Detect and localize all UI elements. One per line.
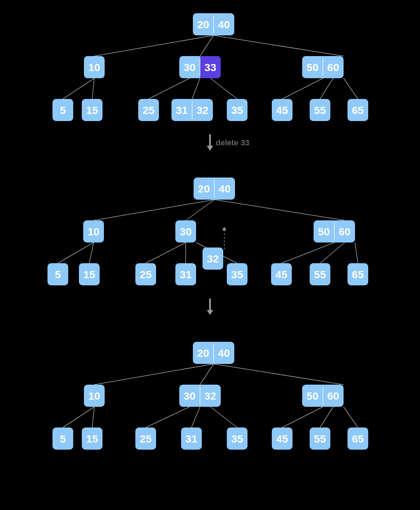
internal-node-key: 50 bbox=[306, 61, 318, 73]
leaf-node-key: 5 bbox=[60, 104, 66, 116]
tree-edge bbox=[282, 78, 323, 99]
leaf-node-key: 35 bbox=[231, 269, 243, 280]
leaf-node-key: 65 bbox=[352, 269, 364, 280]
leaf-node-key: 45 bbox=[276, 104, 288, 116]
internal-node-key: 10 bbox=[88, 61, 100, 73]
tree-edge bbox=[94, 364, 214, 385]
tree-edge bbox=[282, 407, 323, 428]
internal-node-key: 60 bbox=[327, 61, 339, 73]
tree-edge bbox=[92, 78, 94, 99]
tree-edge bbox=[92, 407, 94, 428]
root-node-key: 40 bbox=[218, 347, 230, 359]
leaf-node-key: 15 bbox=[86, 433, 98, 445]
internal-node-key: 32 bbox=[204, 390, 216, 402]
tree-step-3: 20401030325060515253135455565 bbox=[52, 342, 368, 450]
btree-delete-diagram: 2040103033506051525313235455565204010305… bbox=[0, 0, 420, 510]
leaf-node-key: 5 bbox=[60, 433, 66, 445]
root-node-key: 20 bbox=[198, 183, 210, 195]
leaf-node-key: 5 bbox=[55, 269, 61, 280]
leaf-node-key: 35 bbox=[231, 104, 243, 116]
leaf-node-key: 31 bbox=[180, 269, 191, 280]
tree-edge bbox=[149, 78, 190, 99]
internal-node-key: 10 bbox=[88, 390, 100, 402]
leaf-node-key: 15 bbox=[83, 269, 95, 280]
tree-edge bbox=[210, 78, 237, 99]
internal-node-key: 30 bbox=[184, 390, 195, 402]
leaf-node-key: 55 bbox=[314, 269, 326, 280]
tree-edge bbox=[192, 78, 200, 99]
internal-node-key: 60 bbox=[339, 226, 350, 238]
tree-edge bbox=[94, 35, 214, 56]
tree-edge bbox=[146, 242, 186, 263]
tree-edge bbox=[200, 364, 214, 385]
leaf-node-key: 45 bbox=[276, 433, 288, 445]
tree-edge bbox=[58, 242, 94, 263]
tree-edge bbox=[214, 200, 345, 220]
root-node-key: 40 bbox=[218, 19, 230, 30]
leaf-node-key: 45 bbox=[275, 269, 287, 280]
leaf-node-key: 15 bbox=[86, 104, 98, 116]
tree-edge bbox=[89, 242, 94, 263]
leaf-node-key: 55 bbox=[314, 104, 326, 116]
leaf-node-key: 25 bbox=[142, 104, 154, 116]
arrow-down-icon bbox=[207, 146, 213, 151]
root-node-key: 20 bbox=[197, 347, 209, 359]
tree-edge bbox=[344, 407, 358, 428]
tree-edge bbox=[214, 364, 344, 385]
tree-edge bbox=[214, 35, 344, 56]
tree-edge bbox=[355, 242, 358, 263]
leaf-node-key: 35 bbox=[231, 433, 243, 445]
tree-edge bbox=[186, 200, 214, 220]
tree-edge bbox=[210, 407, 237, 428]
leaf-node-key: 31 bbox=[185, 433, 197, 445]
leaf-node-key: 55 bbox=[314, 433, 326, 445]
internal-node-key: 50 bbox=[318, 226, 330, 238]
leaf-node-key: 65 bbox=[352, 433, 364, 445]
leaf-node-key: 25 bbox=[140, 269, 151, 280]
operation-label: delete 33 bbox=[216, 138, 249, 147]
tree-edge bbox=[344, 78, 358, 99]
tree-edge bbox=[94, 200, 214, 220]
root-node-key: 20 bbox=[197, 19, 209, 30]
internal-node-key: 33 bbox=[204, 61, 216, 73]
tree-edge bbox=[281, 242, 334, 263]
tree-edge bbox=[63, 407, 94, 428]
tree-edge bbox=[320, 78, 333, 99]
internal-node-key: 60 bbox=[327, 390, 339, 402]
arrow-down-icon bbox=[207, 310, 213, 315]
tree-edge bbox=[63, 78, 94, 99]
tree-step-1: 2040103033506051525313235455565 bbox=[52, 13, 368, 121]
tree-step-2: 20401030506051525313545556532 bbox=[48, 178, 368, 285]
internal-node-key: 30 bbox=[184, 61, 195, 73]
floating-key-node-key: 32 bbox=[207, 253, 219, 265]
tree-edge bbox=[146, 407, 190, 428]
internal-node-key: 50 bbox=[306, 390, 318, 402]
internal-node-key: 30 bbox=[180, 226, 191, 238]
root-node-key: 40 bbox=[219, 183, 230, 195]
leaf-node-key: 25 bbox=[140, 433, 151, 445]
leaf-node-key: 65 bbox=[352, 104, 364, 116]
leaf-node-key: 32 bbox=[196, 104, 208, 116]
leaf-node-key: 31 bbox=[176, 104, 188, 116]
tree-edge bbox=[320, 407, 333, 428]
tree-edge bbox=[200, 35, 214, 56]
tree-edge bbox=[320, 242, 345, 263]
internal-node-key: 10 bbox=[88, 226, 99, 238]
promote-arrow-icon bbox=[222, 227, 226, 230]
tree-edge bbox=[191, 407, 200, 428]
